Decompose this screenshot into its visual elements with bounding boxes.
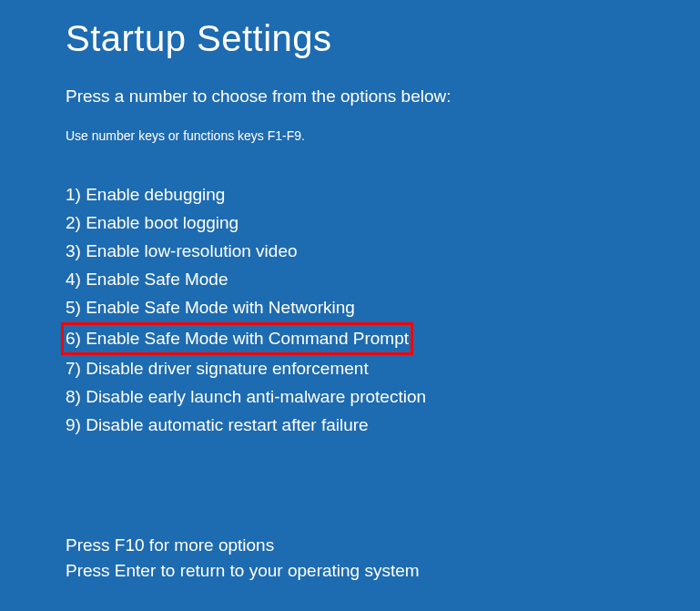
subtitle: Press a number to choose from the option… — [66, 87, 700, 107]
option-9[interactable]: 9) Disable automatic restart after failu… — [66, 412, 369, 439]
option-3[interactable]: 3) Enable low-resolution video — [66, 238, 298, 265]
options-list: 1) Enable debugging2) Enable boot loggin… — [66, 181, 700, 440]
option-2[interactable]: 2) Enable boot logging — [66, 209, 238, 237]
option-5[interactable]: 5) Enable Safe Mode with Networking — [66, 294, 355, 321]
footer-more-options: Press F10 for more options — [66, 533, 700, 558]
page-title: Startup Settings — [66, 18, 700, 59]
option-7[interactable]: 7) Disable driver signature enforcement — [66, 355, 369, 382]
option-4[interactable]: 4) Enable Safe Mode — [66, 266, 228, 293]
option-1[interactable]: 1) Enable debugging — [66, 181, 225, 209]
option-6[interactable]: 6) Enable Safe Mode with Command Prompt — [61, 322, 413, 355]
hint-text: Use number keys or functions keys F1-F9. — [66, 128, 700, 143]
option-8[interactable]: 8) Disable early launch anti-malware pro… — [66, 383, 426, 411]
footer-return: Press Enter to return to your operating … — [66, 558, 700, 584]
